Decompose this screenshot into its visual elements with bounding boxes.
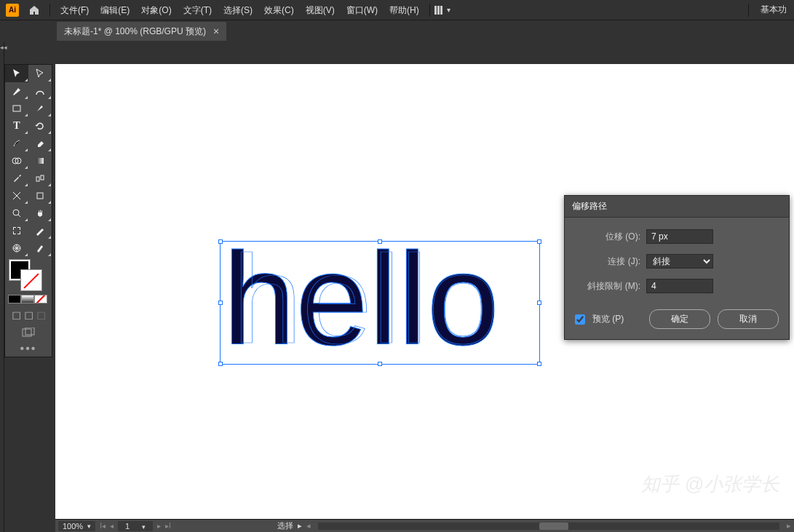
menu-effect[interactable]: 效果(C) <box>258 0 300 20</box>
current-tool-label: 选择 <box>277 520 293 531</box>
artboard-number: 1 <box>125 522 130 531</box>
eraser-tool[interactable] <box>28 135 52 152</box>
offset-input[interactable] <box>646 229 713 244</box>
zoom-level[interactable]: 100% ▾ <box>58 521 95 531</box>
draw-behind-icon[interactable]: ◻ <box>24 308 33 322</box>
rectangle-tool[interactable] <box>5 100 28 117</box>
selection-handle[interactable] <box>218 362 223 366</box>
play-icon[interactable]: ▸ <box>298 521 302 531</box>
collapse-icon[interactable]: ◂◂ <box>0 42 4 52</box>
selection-handle[interactable] <box>537 239 541 244</box>
join-select[interactable]: 斜接 <box>646 254 713 269</box>
color-mode-gradient[interactable] <box>21 295 34 303</box>
last-artboard-button[interactable]: ▸I <box>165 522 171 530</box>
stroke-color-swatch[interactable] <box>21 270 41 290</box>
document-tab-bar: 未标题-1* @ 100% (RGB/GPU 预览) × <box>0 20 794 41</box>
color-mode-none[interactable] <box>34 295 47 303</box>
chevron-down-icon[interactable]: ▾ <box>447 6 450 14</box>
home-button[interactable] <box>26 2 42 18</box>
join-label: 连接 (J): <box>575 255 640 268</box>
symbol-sprayer-tool[interactable] <box>5 239 28 257</box>
selection-handle[interactable] <box>218 239 223 244</box>
chevron-down-icon: ▾ <box>87 523 91 530</box>
horizontal-scrollbar[interactable] <box>318 523 779 530</box>
selection-handle[interactable] <box>218 301 223 305</box>
slice-tool[interactable] <box>28 222 52 239</box>
close-icon[interactable]: × <box>213 25 219 37</box>
svg-rect-4 <box>36 177 39 181</box>
menu-view[interactable]: 视图(V) <box>300 0 341 20</box>
offset-path-dialog: 偏移路径 位移 (O): 连接 (J): 斜接 斜接限制 (M): 预览 (P)… <box>564 195 790 340</box>
zoom-tool[interactable] <box>5 205 28 222</box>
miter-limit-label: 斜接限制 (M): <box>575 280 640 293</box>
paintbrush-tool[interactable] <box>28 100 52 117</box>
free-transform-tool[interactable] <box>28 187 52 205</box>
menu-help[interactable]: 帮助(H) <box>384 0 425 20</box>
miter-limit-input[interactable] <box>646 279 713 293</box>
preview-label: 预览 (P) <box>592 313 624 325</box>
direct-selection-tool[interactable] <box>28 65 52 82</box>
color-mode-solid[interactable] <box>8 295 21 303</box>
tools-panel: T <box>4 64 52 357</box>
line-segment-tool[interactable] <box>5 135 28 152</box>
scroll-left-icon[interactable]: ◂ <box>306 521 311 531</box>
selection-handle[interactable] <box>378 362 382 366</box>
menu-window[interactable]: 窗口(W) <box>341 0 384 20</box>
workspace-switcher[interactable]: 基本功 <box>753 4 794 16</box>
screen-mode-toggle[interactable] <box>5 325 52 341</box>
selection-handle[interactable] <box>537 301 541 305</box>
svg-rect-3 <box>36 158 44 164</box>
draw-inside-icon[interactable]: ◻ <box>36 308 46 322</box>
menu-edit[interactable]: 编辑(E) <box>95 0 135 20</box>
chevron-down-icon: ▾ <box>142 523 146 531</box>
artboard-navigator[interactable]: 1 ▾ <box>118 521 153 531</box>
type-tool[interactable]: T <box>5 117 28 135</box>
eyedropper-tool[interactable] <box>5 170 28 187</box>
offset-label: 位移 (O): <box>575 231 640 243</box>
app-logo: Ai <box>6 4 19 17</box>
menu-file[interactable]: 文件(F) <box>55 0 95 20</box>
svg-rect-6 <box>37 193 43 199</box>
separator <box>49 4 50 17</box>
scroll-right-icon[interactable]: ▸ <box>787 521 791 531</box>
selection-bounding-box[interactable] <box>220 241 540 365</box>
blend-tool[interactable] <box>28 170 52 187</box>
artboard-tool[interactable] <box>5 222 28 239</box>
edit-toolbar-icon[interactable]: ••• <box>5 341 52 357</box>
zoom-value: 100% <box>63 522 83 531</box>
tab-title: 未标题-1* @ 100% (RGB/GPU 预览) <box>64 25 206 38</box>
status-bar: 100% ▾ I◂ ◂ 1 ▾ ▸ ▸I 选择 ▸ ◂ ▸ <box>55 519 794 532</box>
width-tool[interactable] <box>5 187 28 205</box>
scrollbar-thumb[interactable] <box>539 523 568 530</box>
selection-handle[interactable] <box>537 362 541 366</box>
separator <box>429 4 430 17</box>
first-artboard-button[interactable]: I◂ <box>100 522 106 530</box>
curvature-tool[interactable] <box>28 82 52 100</box>
svg-point-7 <box>13 210 19 215</box>
menu-select[interactable]: 选择(S) <box>218 0 258 20</box>
selection-tool[interactable] <box>5 65 28 82</box>
svg-rect-0 <box>13 106 20 111</box>
shape-builder-tool[interactable] <box>5 152 28 170</box>
menu-type[interactable]: 文字(T) <box>178 0 218 20</box>
watermark-text: 知乎 @小张学长 <box>641 472 779 497</box>
column-graph-tool[interactable] <box>28 239 52 257</box>
draw-normal-icon[interactable]: ◻ <box>12 308 21 322</box>
ok-button[interactable]: 确定 <box>649 309 710 329</box>
hand-tool[interactable] <box>28 205 52 222</box>
menu-object[interactable]: 对象(O) <box>135 0 177 20</box>
color-swatches[interactable] <box>5 257 52 289</box>
pen-tool[interactable] <box>5 82 28 100</box>
rotate-tool[interactable] <box>28 117 52 135</box>
home-icon <box>28 4 40 16</box>
prev-artboard-button[interactable]: ◂ <box>110 522 114 530</box>
document-tab[interactable]: 未标题-1* @ 100% (RGB/GPU 预览) × <box>57 22 226 41</box>
selection-handle[interactable] <box>378 239 382 244</box>
menu-bar: Ai 文件(F) 编辑(E) 对象(O) 文字(T) 选择(S) 效果(C) 视… <box>0 0 794 20</box>
gradient-tool[interactable] <box>28 152 52 170</box>
separator <box>748 4 749 17</box>
preview-checkbox[interactable] <box>575 314 585 325</box>
arrange-documents-icon[interactable] <box>434 6 442 15</box>
cancel-button[interactable]: 取消 <box>718 309 779 329</box>
next-artboard-button[interactable]: ▸ <box>157 522 161 530</box>
